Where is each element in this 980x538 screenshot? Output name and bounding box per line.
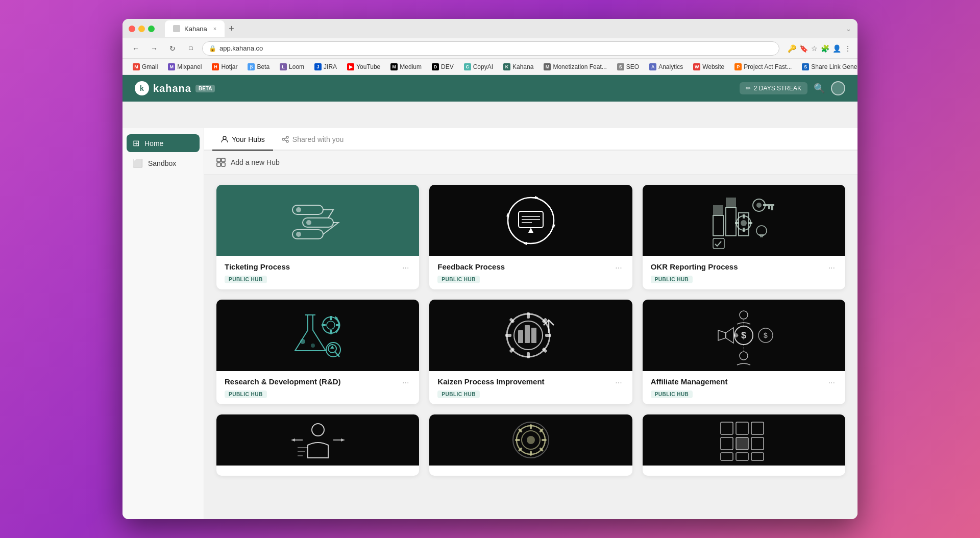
hub-card-menu-rd[interactable]: ···: [400, 377, 411, 388]
hub-card-info-affiliate: Affiliate Management PUBLIC HUB: [651, 377, 826, 398]
bookmark-monetization[interactable]: M Monetization Feat...: [540, 62, 610, 72]
bookmark-copyai[interactable]: C CopyAI: [460, 62, 497, 72]
svg-rect-8: [217, 163, 220, 166]
tab-shared-with-you[interactable]: Shared with you: [273, 128, 352, 150]
svg-point-11: [296, 207, 301, 212]
svg-point-91: [527, 436, 535, 444]
tab-shared-label: Shared with you: [292, 135, 344, 143]
hub-card-kaizen[interactable]: Kaizen Process Improvement PUBLIC HUB ··…: [429, 300, 632, 404]
hub-card-menu-okr[interactable]: ···: [826, 262, 837, 274]
search-icon[interactable]: 🔍: [814, 83, 825, 94]
svg-point-75: [740, 352, 748, 360]
bookmark-mixpanel[interactable]: M Mixpanel: [164, 62, 206, 72]
sidebar: ⊞ Home ⬜ Sandbox: [122, 128, 204, 519]
hotjar-favicon: H: [212, 63, 219, 70]
bookmarks-bar: M Gmail M Mixpanel H Hotjar β Beta L Loo…: [122, 59, 857, 75]
window-more-icon[interactable]: ⌄: [846, 25, 851, 33]
okr-process-icon: [708, 190, 779, 251]
bookmark-hotjar[interactable]: H Hotjar: [208, 62, 241, 72]
tab-your-hubs[interactable]: Your Hubs: [212, 128, 273, 151]
svg-rect-43: [713, 238, 724, 249]
hub-card-info-ticketing: Ticketing Process PUBLIC HUB: [225, 262, 400, 283]
active-tab[interactable]: Kahana ×: [165, 20, 225, 37]
add-hub-bar[interactable]: Add a new Hub: [204, 151, 857, 175]
maximize-button[interactable]: [148, 26, 155, 32]
logo-k-letter: k: [140, 84, 144, 92]
bookmark-medium[interactable]: M Medium: [386, 62, 426, 72]
hub-card-menu-affiliate[interactable]: ···: [826, 377, 837, 388]
traffic-lights: [129, 26, 155, 32]
hub-card-ticketing[interactable]: Ticketing Process PUBLIC HUB ···: [216, 185, 419, 289]
bookmark-icon[interactable]: 🔖: [799, 44, 808, 53]
tab-close-button[interactable]: ×: [213, 26, 216, 32]
mixpanel-favicon: M: [168, 63, 175, 70]
sidebar-item-home[interactable]: ⊞ Home: [127, 134, 200, 152]
browser-window: Kahana × + ⌄ ← → ↻ ☖ 🔒 app.kahana.co 🔑 🔖…: [122, 19, 857, 519]
minimize-button[interactable]: [138, 26, 145, 32]
address-bar[interactable]: 🔒 app.kahana.co: [202, 41, 779, 56]
hub-card-9[interactable]: [643, 414, 845, 476]
star-icon[interactable]: ☆: [811, 44, 818, 53]
hub-card-affiliate[interactable]: $: [643, 300, 845, 404]
svg-point-15: [296, 232, 301, 237]
hub-card-title-affiliate: Affiliate Management: [651, 377, 826, 386]
hub-card-menu-ticketing[interactable]: ···: [400, 262, 411, 274]
streak-badge[interactable]: ✏ 2 DAYS STREAK: [740, 82, 807, 94]
hub-card-rd[interactable]: Research & Development (R&D) PUBLIC HUB …: [216, 300, 419, 404]
svg-rect-105: [751, 437, 764, 450]
avatar[interactable]: [831, 81, 845, 95]
bookmark-seo[interactable]: S SEO: [613, 62, 643, 72]
home-button[interactable]: ☖: [184, 41, 198, 56]
hub-card-7[interactable]: [216, 414, 419, 476]
monetization-favicon: M: [544, 63, 551, 70]
sidebar-item-sandbox[interactable]: ⬜ Sandbox: [127, 154, 200, 172]
hub-card-okr[interactable]: OKR Reporting Process PUBLIC HUB ···: [643, 185, 845, 289]
svg-rect-50: [330, 330, 332, 334]
hub-card-menu-kaizen[interactable]: ···: [613, 377, 624, 388]
bookmark-gmail[interactable]: M Gmail: [129, 62, 162, 72]
feedback-process-icon: [500, 190, 561, 251]
streak-icon: ✏: [746, 85, 751, 92]
hub-card-8[interactable]: [429, 414, 632, 476]
hub-badge-affiliate: PUBLIC HUB: [651, 390, 693, 398]
svg-rect-92: [530, 424, 532, 429]
svg-marker-83: [291, 438, 295, 442]
svg-line-4: [284, 138, 286, 139]
more-options-icon[interactable]: ⋮: [844, 44, 851, 53]
bookmark-jira[interactable]: J JIRA: [310, 62, 341, 72]
tab-title: Kahana: [184, 25, 207, 33]
rd-icon: [285, 305, 351, 366]
key-icon[interactable]: 🔑: [788, 44, 796, 53]
new-tab-button[interactable]: +: [229, 23, 234, 34]
project-favicon: P: [734, 63, 742, 70]
hub-card-menu-feedback[interactable]: ···: [613, 262, 624, 274]
bookmark-kahana[interactable]: K Kahana: [499, 62, 537, 72]
close-button[interactable]: [129, 26, 135, 32]
bookmark-website[interactable]: W Website: [689, 62, 728, 72]
svg-rect-62: [505, 334, 511, 337]
bookmark-analytics[interactable]: A Analytics: [645, 62, 687, 72]
bookmark-sharelink[interactable]: S Share Link Genera...: [798, 62, 857, 72]
bookmark-beta[interactable]: β Beta: [243, 62, 274, 72]
svg-text:$: $: [741, 330, 746, 340]
hub-card-feedback[interactable]: Feedback Process PUBLIC HUB ···: [429, 185, 632, 289]
profile-icon[interactable]: 👤: [832, 44, 841, 53]
bookmark-dev[interactable]: D DEV: [428, 62, 458, 72]
back-button[interactable]: ←: [129, 41, 143, 56]
svg-point-74: [740, 311, 748, 319]
seo-favicon: S: [617, 63, 624, 70]
extensions-icon[interactable]: 🧩: [821, 44, 829, 53]
bookmark-loom[interactable]: L Loom: [276, 62, 308, 72]
bookmark-youtube[interactable]: ▶ YouTube: [343, 62, 384, 72]
svg-rect-94: [515, 439, 520, 441]
sidebar-item-home-label: Home: [144, 139, 163, 148]
dev-favicon: D: [432, 63, 439, 70]
tab-your-hubs-label: Your Hubs: [232, 135, 265, 143]
bookmark-project[interactable]: P Project Act Fast...: [730, 62, 796, 72]
refresh-button[interactable]: ↻: [165, 41, 180, 56]
svg-rect-28: [726, 208, 736, 236]
add-hub-label[interactable]: Add a new Hub: [231, 158, 280, 166]
hub-badge-ticketing: PUBLIC HUB: [225, 276, 267, 283]
forward-button[interactable]: →: [147, 41, 161, 56]
tab-bar: Kahana × +: [165, 20, 838, 37]
